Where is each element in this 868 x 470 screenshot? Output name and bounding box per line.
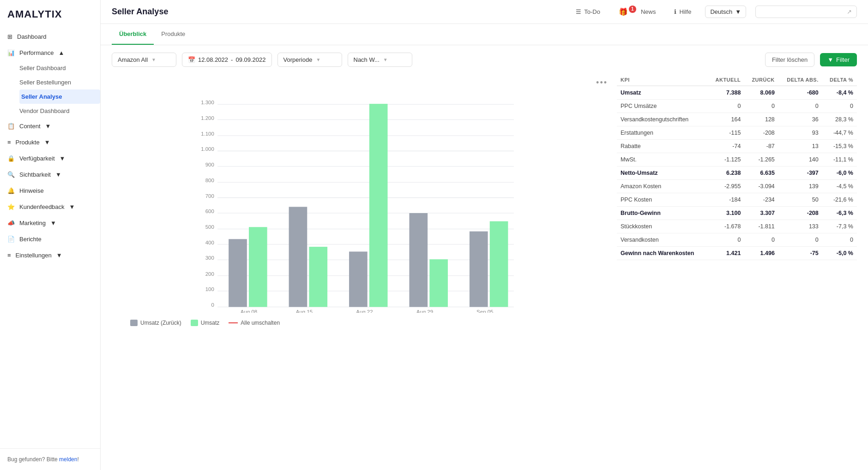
kpi-aktuell: 0: [708, 100, 745, 113]
kpi-label: Gewinn nach Warenkosten: [617, 247, 708, 260]
kpi-delta-abs: 0: [778, 100, 822, 113]
hilfe-button[interactable]: ℹ Hilfe: [669, 6, 696, 18]
table-row: Versandkosten0000: [617, 233, 857, 247]
legend-item-line: Alle umschalten: [229, 320, 280, 326]
sidebar-item-label: Sichtbarkeit: [19, 171, 51, 178]
sidebar-item-verfuegbarkeit[interactable]: 🔒 Verfügbarkeit ▼: [0, 150, 100, 167]
period-filter[interactable]: Vorperiode ▼: [277, 53, 342, 67]
legend-box-prev: [130, 320, 138, 326]
marketplace-label: Amazon All: [118, 56, 148, 63]
svg-text:200: 200: [205, 271, 214, 277]
kpi-delta-abs: 133: [778, 220, 822, 233]
sidebar-item-hinweise[interactable]: 🔔 Hinweise: [0, 183, 100, 199]
kpi-zurueck: -1.265: [744, 153, 778, 167]
bar-prev-1: [229, 239, 247, 307]
chevron-up-icon: ▲: [58, 49, 64, 56]
svg-text:800: 800: [205, 178, 214, 183]
kpi-delta-abs: 93: [778, 126, 822, 140]
kpi-table: KPI AKTUELL ZURÜCK DELTA ABS. DELTA % Um…: [617, 74, 857, 260]
sidebar-item-seller-dashboard[interactable]: Seller Dashboard: [19, 61, 100, 75]
tabs-bar: Überblick Produkte: [101, 24, 868, 45]
kpi-label: Erstattungen: [617, 126, 708, 140]
sidebar-item-label: Marketing: [19, 220, 46, 226]
sidebar-item-content[interactable]: 📋 Content ▼: [0, 118, 100, 134]
hilfe-icon: ℹ: [674, 8, 676, 15]
svg-text:700: 700: [205, 193, 214, 199]
svg-text:300: 300: [205, 255, 214, 261]
sidebar-footer: Bug gefunden? Bitte melden!: [0, 448, 100, 470]
table-row: Stückkosten-1.678-1.811133-7,3 %: [617, 220, 857, 233]
kpi-zurueck: -208: [744, 126, 778, 140]
bar-prev-3: [349, 251, 368, 307]
bar-prev-2: [289, 207, 307, 307]
sidebar-item-einstellungen[interactable]: ≡ Einstellungen ▼: [0, 247, 100, 263]
verfuegbarkeit-icon: 🔒: [7, 155, 15, 162]
sidebar-item-performance[interactable]: 📊 Performance ▲: [0, 45, 100, 61]
berichte-icon: 📄: [7, 236, 15, 243]
kpi-label: Versandkostengutschriften: [617, 113, 708, 126]
sidebar-item-dashboard[interactable]: ⊞ Dashboard: [0, 29, 100, 45]
bug-report-link[interactable]: melden: [59, 456, 77, 463]
dots-menu-button[interactable]: •••: [596, 78, 608, 88]
kpi-delta-abs: -680: [778, 86, 822, 100]
kpi-table-header: KPI AKTUELL ZURÜCK DELTA ABS. DELTA %: [617, 74, 857, 86]
kpi-zurueck: -3.094: [744, 180, 778, 193]
sidebar-item-kundenfeedback[interactable]: ⭐ Kundenfeedback ▼: [0, 199, 100, 215]
chevron-down-icon: ▼: [383, 57, 388, 62]
kpi-delta-pct: -7,3 %: [822, 220, 857, 233]
sidebar-item-label: Verfügbarkeit: [19, 155, 55, 162]
sidebar-item-label: Hinweise: [19, 187, 44, 194]
language-selector[interactable]: Deutsch ▼: [705, 6, 746, 18]
kpi-zurueck: -87: [744, 140, 778, 153]
kpi-zurueck: -234: [744, 193, 778, 207]
col-kpi: KPI: [617, 74, 708, 86]
svg-text:900: 900: [205, 162, 214, 167]
sidebar-item-produkte[interactable]: ≡ Produkte ▼: [0, 134, 100, 150]
sidebar-item-seller-bestellungen[interactable]: Seller Bestellungen: [19, 75, 100, 89]
sidebar-item-sichtbarkeit[interactable]: 🔍 Sichtbarkeit ▼: [0, 167, 100, 183]
chevron-down-icon: ▼: [55, 171, 61, 178]
clear-filter-button[interactable]: Filter löschen: [765, 53, 814, 67]
svg-text:Aug 29: Aug 29: [416, 309, 433, 313]
sort-filter[interactable]: Nach W... ▼: [348, 53, 412, 67]
marketplace-filter[interactable]: Amazon All ▼: [112, 53, 176, 67]
kpi-aktuell: 164: [708, 113, 745, 126]
kpi-delta-abs: 140: [778, 153, 822, 167]
sidebar-item-seller-analyse[interactable]: Seller Analyse: [19, 89, 100, 104]
legend-item-prev: Umsatz (Zurück): [130, 320, 181, 326]
tab-produkte[interactable]: Produkte: [154, 24, 193, 45]
todo-button[interactable]: ☰ To-Do: [571, 6, 605, 18]
chevron-down-icon: ▼: [735, 8, 741, 15]
sidebar-item-vendor-dashboard[interactable]: Vendor Dashboard: [19, 104, 100, 118]
kpi-zurueck: 0: [744, 233, 778, 247]
table-row: PPC Kosten-184-23450-21,6 %: [617, 193, 857, 207]
kpi-aktuell: 6.238: [708, 167, 745, 180]
search-input[interactable]: [760, 8, 844, 15]
tab-ueberblick[interactable]: Überblick: [112, 24, 154, 45]
svg-text:1.200: 1.200: [201, 115, 214, 121]
date-end: 09.09.2022: [235, 56, 265, 63]
kpi-delta-abs: 0: [778, 233, 822, 247]
news-button[interactable]: 🎁 1 News: [614, 5, 661, 19]
date-range-picker[interactable]: 📅 12.08.2022 - 09.09.2022: [182, 53, 272, 67]
kpi-label: Umsatz: [617, 86, 708, 100]
table-row: Umsatz7.3888.069-680-8,4 %: [617, 86, 857, 100]
kpi-delta-pct: -5,0 %: [822, 247, 857, 260]
svg-text:600: 600: [205, 208, 214, 214]
filter-bar: Amazon All ▼ 📅 12.08.2022 - 09.09.2022 V…: [101, 45, 868, 74]
kpi-label: Versandkosten: [617, 233, 708, 247]
kpi-delta-pct: -11,1 %: [822, 153, 857, 167]
search-box[interactable]: ↗: [755, 6, 857, 18]
kpi-zurueck: 0: [744, 100, 778, 113]
news-label: News: [641, 8, 656, 15]
apply-filter-button[interactable]: ▼ Filter: [820, 53, 857, 66]
sidebar-item-label: Kundenfeedback: [19, 203, 65, 210]
legend-label-curr: Umsatz: [201, 320, 220, 326]
sidebar-item-marketing[interactable]: 📣 Marketing ▼: [0, 215, 100, 231]
legend-label-prev: Umsatz (Zurück): [140, 320, 181, 326]
col-delta-abs: DELTA ABS.: [778, 74, 822, 86]
kpi-label: PPC Umsätze: [617, 100, 708, 113]
chevron-down-icon: ▼: [45, 123, 51, 130]
kpi-delta-abs: 36: [778, 113, 822, 126]
sidebar-item-berichte[interactable]: 📄 Berichte: [0, 231, 100, 247]
